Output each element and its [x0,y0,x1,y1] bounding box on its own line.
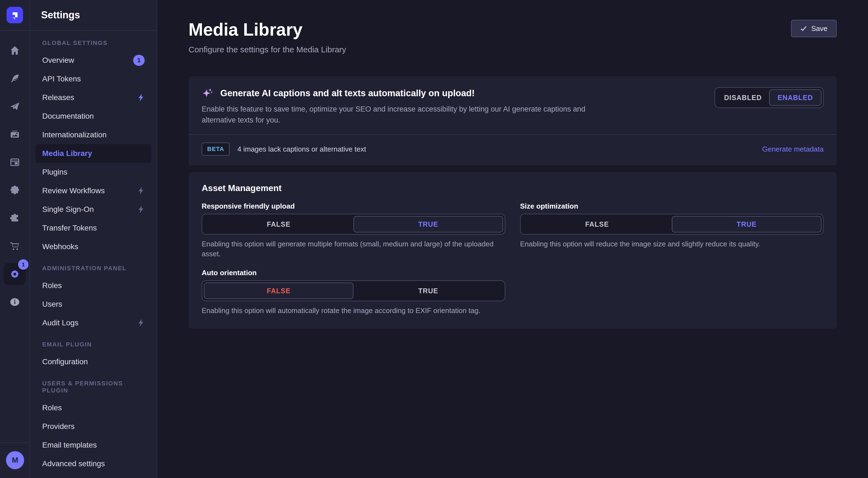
settings-notification-badge: 1 [18,259,29,270]
toggle-option-false[interactable]: FALSE [522,216,672,232]
sidebar-item-internationalization[interactable]: Internationalization [36,125,151,144]
field-label: Responsive friendly upload [202,202,505,210]
toggle-option-false[interactable]: FALSE [204,216,353,232]
check-icon [800,25,807,32]
sidebar-item-media-library[interactable]: Media Library [36,144,151,163]
settings-nav-list: GLOBAL SETTINGS Overview 1 API Tokens Re… [30,31,157,478]
settings-icon[interactable]: 1 [4,263,26,285]
marketplace-icon[interactable] [4,207,26,229]
sparkle-icon [202,87,214,99]
settings-sidebar-header: Settings [30,0,157,31]
sidebar-item-advanced-settings[interactable]: Advanced settings [36,454,151,473]
beta-badge: BETA [202,143,229,156]
lightning-icon [137,94,145,101]
sidebar-item-documentation[interactable]: Documentation [36,107,151,125]
overview-badge: 1 [133,55,145,66]
banner-title: Generate AI captions and alt texts autom… [220,88,474,98]
sidebar-item-webhooks[interactable]: Webhooks [36,237,151,256]
sidebar-item-audit-logs[interactable]: Audit Logs [36,313,151,332]
sidebar-item-api-tokens[interactable]: API Tokens [36,70,151,88]
section-label-users-permissions-plugin: USERS & PERMISSIONS PLUGIN [36,380,151,394]
home-icon[interactable] [4,39,26,61]
main-content: Media Library Configure the settings for… [157,0,868,478]
sidebar-item-overview[interactable]: Overview 1 [36,51,151,70]
sidebar-item-providers[interactable]: Providers [36,417,151,436]
toggle-option-true[interactable]: TRUE [672,216,822,232]
ai-captions-banner: Generate AI captions and alt texts autom… [188,76,837,166]
sidebar-item-releases[interactable]: Releases [36,88,151,107]
sidebar-item-plugins[interactable]: Plugins [36,163,151,181]
banner-description: Enable this feature to save time, optimi… [202,103,607,125]
strapi-logo[interactable] [7,7,23,23]
banner-status-message: 4 images lack captions or alternative te… [237,145,366,153]
avatar[interactable]: M [6,451,24,469]
icon-rail: 1 M [0,0,30,478]
sidebar-item-review-workflows[interactable]: Review Workflows [36,181,151,200]
lightning-icon [137,206,145,213]
asset-management-title: Asset Management [202,183,824,193]
sidebar-item-email-templates[interactable]: Email templates [36,436,151,454]
toggle-option-false[interactable]: FALSE [204,282,353,299]
section-label-global-settings: GLOBAL SETTINGS [36,39,151,47]
toggle-option-true[interactable]: TRUE [353,282,503,299]
page-title: Media Library [188,20,837,39]
sidebar-item-transfer-tokens[interactable]: Transfer Tokens [36,219,151,237]
field-responsive-friendly-upload: Responsive friendly upload FALSE TRUE En… [202,202,505,259]
section-label-administration-panel: ADMINISTRATION PANEL [36,265,151,272]
field-hint: Enabling this option will reduce the ima… [520,239,824,249]
auto-orientation-toggle: FALSE TRUE [202,280,505,301]
settings-sidebar-title: Settings [41,9,80,21]
content-type-builder-icon[interactable] [4,67,26,89]
purchase-icon[interactable] [4,235,26,257]
sidebar-item-admin-users[interactable]: Users [36,295,151,313]
toggle-option-enabled[interactable]: ENABLED [769,89,822,106]
field-label: Auto orientation [202,269,505,277]
settings-sidebar: Settings GLOBAL SETTINGS Overview 1 API … [30,0,157,478]
info-icon[interactable] [4,291,26,313]
field-label: Size optimization [520,202,824,210]
responsive-friendly-upload-toggle: FALSE TRUE [202,214,505,235]
ai-captions-toggle: DISABLED ENABLED [715,87,824,108]
sidebar-item-admin-roles[interactable]: Roles [36,276,151,295]
size-optimization-toggle: FALSE TRUE [520,214,824,235]
field-auto-orientation: Auto orientation FALSE TRUE Enabling thi… [202,269,505,316]
strapi-admin-app: 1 M Settings GLOBAL SETTINGS Overview 1 … [0,0,868,478]
asset-management-card: Asset Management Responsive friendly upl… [188,172,837,329]
field-hint: Enabling this option will automatically … [202,306,505,316]
sidebar-item-up-roles[interactable]: Roles [36,398,151,417]
sidebar-item-single-sign-on[interactable]: Single Sign-On [36,200,151,219]
media-library-icon[interactable] [4,123,26,145]
sidebar-item-email-configuration[interactable]: Configuration [36,353,151,371]
page-subtitle: Configure the settings for the Media Lib… [188,45,837,54]
rail-divider [0,442,30,443]
field-hint: Enabling this option will generate multi… [202,239,505,259]
save-button[interactable]: Save [791,20,837,37]
content-manager-icon[interactable] [4,151,26,173]
toggle-option-disabled[interactable]: DISABLED [717,89,769,106]
section-label-email-plugin: EMAIL PLUGIN [36,341,151,348]
field-size-optimization: Size optimization FALSE TRUE Enabling th… [520,202,824,259]
banner-divider [188,134,837,135]
lightning-icon [137,187,145,195]
save-button-label: Save [811,24,828,33]
lightning-icon [137,319,145,327]
logo-cell [0,0,30,31]
deploy-icon[interactable] [4,95,26,117]
plugins-icon[interactable] [4,179,26,201]
generate-metadata-link[interactable]: Generate metadata [762,145,824,153]
strapi-logo-icon [10,10,20,20]
toggle-option-true[interactable]: TRUE [353,216,503,232]
